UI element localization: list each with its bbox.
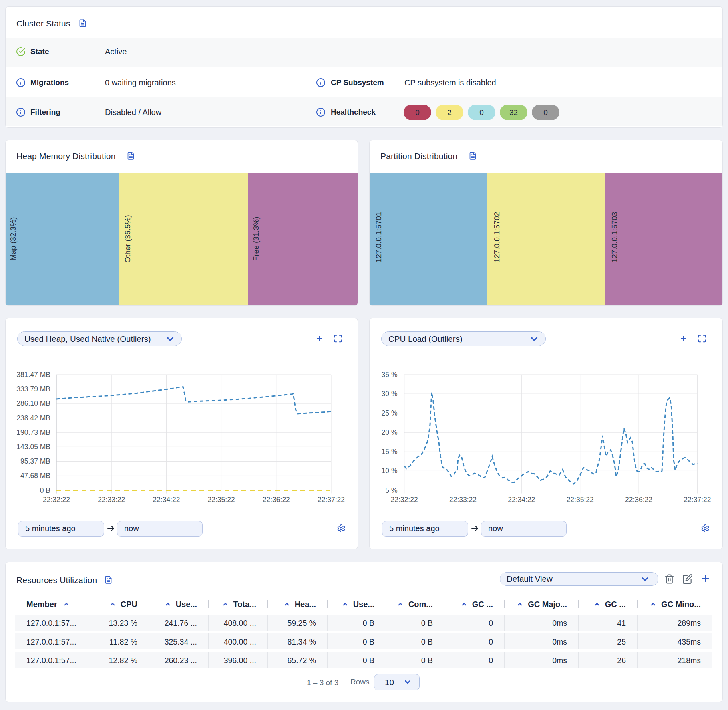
- svg-text:286.10 MB: 286.10 MB: [16, 399, 50, 407]
- svg-text:333.79 MB: 333.79 MB: [16, 385, 50, 393]
- svg-text:5 %: 5 %: [385, 486, 397, 494]
- svg-text:47.68 MB: 47.68 MB: [20, 472, 50, 480]
- svg-text:381.47 MB: 381.47 MB: [16, 371, 50, 379]
- svg-text:22:32:22: 22:32:22: [391, 496, 418, 504]
- svg-text:22:33:22: 22:33:22: [98, 496, 125, 504]
- svg-text:22:33:22: 22:33:22: [449, 496, 477, 504]
- svg-text:22:37:22: 22:37:22: [318, 496, 345, 504]
- svg-text:15 %: 15 %: [382, 448, 398, 456]
- svg-text:95.37 MB: 95.37 MB: [20, 457, 50, 465]
- svg-text:22:34:22: 22:34:22: [508, 496, 535, 504]
- svg-text:10 %: 10 %: [382, 467, 398, 475]
- svg-text:22:32:22: 22:32:22: [43, 496, 70, 504]
- svg-text:22:36:22: 22:36:22: [263, 496, 290, 504]
- svg-text:143.05 MB: 143.05 MB: [16, 443, 50, 451]
- svg-text:25 %: 25 %: [382, 409, 398, 417]
- svg-text:190.73 MB: 190.73 MB: [16, 428, 50, 436]
- svg-text:30 %: 30 %: [382, 390, 398, 398]
- svg-text:0 B: 0 B: [40, 486, 50, 494]
- svg-text:22:37:22: 22:37:22: [684, 496, 711, 504]
- svg-text:238.42 MB: 238.42 MB: [16, 414, 50, 422]
- svg-text:22:36:22: 22:36:22: [625, 496, 652, 504]
- svg-text:35 %: 35 %: [382, 371, 398, 379]
- svg-text:22:34:22: 22:34:22: [153, 496, 180, 504]
- svg-text:22:35:22: 22:35:22: [208, 496, 235, 504]
- svg-text:22:35:22: 22:35:22: [567, 496, 594, 504]
- svg-text:20 %: 20 %: [382, 428, 398, 436]
